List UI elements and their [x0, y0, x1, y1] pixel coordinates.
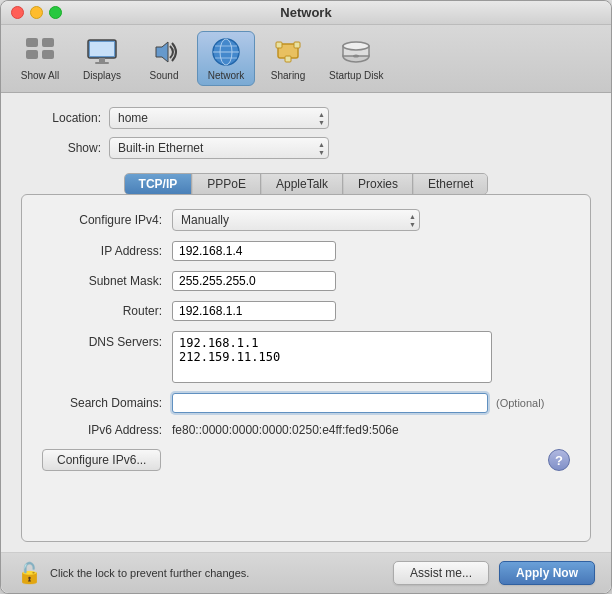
apply-now-button[interactable]: Apply Now — [499, 561, 595, 585]
dns-servers-row: DNS Servers: 192.168.1.1 212.159.11.150 — [42, 331, 570, 383]
search-domains-label: Search Domains: — [42, 396, 162, 410]
content-area: Location: home Show: Built-in Ethernet T… — [1, 93, 611, 552]
dns-servers-label: DNS Servers: — [42, 335, 162, 349]
tabs-container: TCP/IP PPPoE AppleTalk Proxies Ethernet — [21, 173, 591, 195]
location-label: Location: — [21, 111, 101, 125]
svg-rect-17 — [285, 56, 291, 62]
help-button[interactable]: ? — [548, 449, 570, 471]
configure-ipv6-row: Configure IPv6... ? — [42, 449, 570, 471]
footer-buttons: Assist me... Apply Now — [393, 561, 595, 585]
lock-icon: 🔓 — [17, 561, 42, 585]
window-controls — [11, 6, 62, 19]
main-window: Network Show All — [0, 0, 612, 594]
toolbar: Show All Displays Sound — [1, 25, 611, 93]
ipv6-address-row: IPv6 Address: fe80::0000:0000:0000:0250:… — [42, 423, 570, 437]
tab-pppoe[interactable]: PPPoE — [193, 174, 261, 194]
tcp-ip-panel: Configure IPv4: Manually Using DHCP Usin… — [21, 194, 591, 542]
ip-address-label: IP Address: — [42, 244, 162, 258]
toolbar-item-displays[interactable]: Displays — [73, 32, 131, 85]
show-select[interactable]: Built-in Ethernet — [109, 137, 329, 159]
tab-bar: TCP/IP PPPoE AppleTalk Proxies Ethernet — [124, 173, 489, 195]
lock-text: Click the lock to prevent further change… — [50, 567, 249, 579]
svg-point-21 — [353, 55, 359, 58]
toolbar-label-displays: Displays — [83, 70, 121, 81]
ipv6-address-value: fe80::0000:0000:0000:0250:e4ff:fed9:506e — [172, 423, 399, 437]
configure-ipv4-row: Configure IPv4: Manually Using DHCP Usin… — [42, 209, 570, 231]
configure-ipv4-select-wrap: Manually Using DHCP Using DHCP with manu… — [172, 209, 420, 231]
optional-text: (Optional) — [496, 397, 544, 409]
show-select-wrap: Built-in Ethernet — [109, 137, 329, 159]
configure-ipv6-button[interactable]: Configure IPv6... — [42, 449, 161, 471]
tab-ethernet[interactable]: Ethernet — [414, 174, 487, 194]
toolbar-item-sound[interactable]: Sound — [135, 32, 193, 85]
displays-icon — [86, 36, 118, 68]
svg-rect-2 — [26, 50, 38, 59]
dns-servers-textarea[interactable]: 192.168.1.1 212.159.11.150 — [172, 331, 492, 383]
router-row: Router: — [42, 301, 570, 321]
svg-rect-3 — [42, 50, 54, 59]
assist-me-button[interactable]: Assist me... — [393, 561, 489, 585]
ip-address-row: IP Address: — [42, 241, 570, 261]
toolbar-item-startup-disk[interactable]: Startup Disk — [321, 32, 391, 85]
location-select[interactable]: home — [109, 107, 329, 129]
network-icon — [210, 36, 242, 68]
location-select-wrap: home — [109, 107, 329, 129]
minimize-button[interactable] — [30, 6, 43, 19]
show-row: Show: Built-in Ethernet — [21, 137, 591, 159]
configure-ipv4-select[interactable]: Manually Using DHCP Using DHCP with manu… — [172, 209, 420, 231]
toolbar-label-show-all: Show All — [21, 70, 59, 81]
show-all-icon — [24, 36, 56, 68]
toolbar-label-sharing: Sharing — [271, 70, 305, 81]
lock-area: 🔓 Click the lock to prevent further chan… — [17, 561, 393, 585]
tab-appletalk[interactable]: AppleTalk — [262, 174, 343, 194]
search-domains-row: Search Domains: (Optional) — [42, 393, 570, 413]
subnet-mask-label: Subnet Mask: — [42, 274, 162, 288]
configure-ipv4-label: Configure IPv4: — [42, 213, 162, 227]
svg-rect-15 — [276, 42, 282, 48]
sharing-icon — [272, 36, 304, 68]
subnet-mask-input[interactable] — [172, 271, 336, 291]
router-input[interactable] — [172, 301, 336, 321]
startup-disk-icon — [340, 36, 372, 68]
svg-rect-7 — [95, 62, 109, 64]
svg-rect-6 — [99, 58, 105, 62]
svg-rect-5 — [90, 42, 114, 56]
footer: 🔓 Click the lock to prevent further chan… — [1, 552, 611, 593]
tab-proxies[interactable]: Proxies — [344, 174, 413, 194]
toolbar-item-show-all[interactable]: Show All — [11, 32, 69, 85]
maximize-button[interactable] — [49, 6, 62, 19]
toolbar-label-network: Network — [208, 70, 245, 81]
toolbar-item-network[interactable]: Network — [197, 31, 255, 86]
toolbar-item-sharing[interactable]: Sharing — [259, 32, 317, 85]
show-label: Show: — [21, 141, 101, 155]
svg-marker-8 — [156, 42, 168, 62]
ip-address-input[interactable] — [172, 241, 336, 261]
router-label: Router: — [42, 304, 162, 318]
toolbar-label-sound: Sound — [150, 70, 179, 81]
search-domains-input[interactable] — [172, 393, 488, 413]
svg-rect-1 — [42, 38, 54, 47]
location-row: Location: home — [21, 107, 591, 129]
titlebar: Network — [1, 1, 611, 25]
svg-rect-0 — [26, 38, 38, 47]
close-button[interactable] — [11, 6, 24, 19]
svg-point-20 — [343, 42, 369, 50]
svg-rect-16 — [294, 42, 300, 48]
sound-icon — [148, 36, 180, 68]
ipv6-address-label: IPv6 Address: — [42, 423, 162, 437]
toolbar-label-startup-disk: Startup Disk — [329, 70, 383, 81]
tab-tcp-ip[interactable]: TCP/IP — [125, 174, 193, 194]
subnet-mask-row: Subnet Mask: — [42, 271, 570, 291]
window-title: Network — [280, 5, 331, 20]
